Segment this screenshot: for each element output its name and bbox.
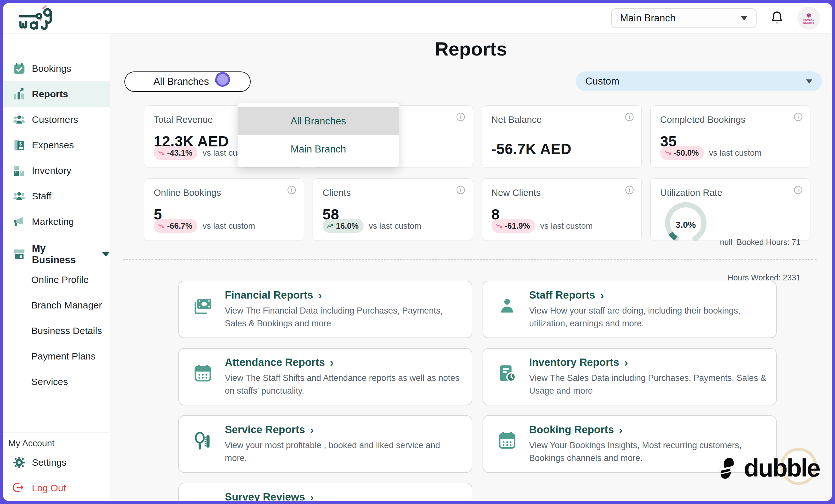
info-icon[interactable]: [456, 112, 466, 122]
sidebar-sub-label: Services: [31, 377, 68, 387]
booked-hours-line: null Booked Hours: 71: [720, 236, 800, 248]
stat-label: Net Balance: [491, 115, 632, 125]
report-card-text: Survey Reviews ›: [225, 483, 314, 501]
sidebar-item-branch-manager[interactable]: Branch Manager: [3, 293, 110, 318]
dashed-separator: [123, 259, 816, 260]
info-icon[interactable]: [625, 112, 634, 122]
sidebar-item-label: Log Out: [32, 483, 66, 493]
sidebar-item-business-details[interactable]: Business Details: [3, 318, 110, 344]
sidebar-item-label: Inventory: [32, 165, 71, 176]
gauge-value: 3.0%: [660, 220, 711, 230]
stat-card-completed-bookings: Completed Bookings 35 -50.0% vs last cus…: [650, 105, 811, 168]
sidebar-item-logout[interactable]: Log Out: [3, 475, 110, 501]
stat-value: -56.7K AED: [491, 140, 632, 158]
sidebar-item-staff[interactable]: Staff: [3, 183, 110, 209]
info-icon[interactable]: [793, 112, 803, 122]
menu-option-all-branches[interactable]: All Branches: [238, 107, 399, 135]
gear-icon: [12, 456, 26, 469]
sidebar-item-bookings[interactable]: Bookings: [3, 56, 110, 81]
chevron-down-icon: [213, 78, 222, 86]
calendar-dots-icon: [496, 430, 518, 451]
sidebar-item-label: Reports: [32, 89, 68, 100]
sidebar-item-reports[interactable]: Reports: [3, 81, 110, 107]
bar-chart-icon: [12, 87, 26, 101]
report-card-survey[interactable]: Survey Reviews ›: [178, 483, 472, 501]
stat-label: Online Bookings: [154, 187, 294, 198]
report-card-title: Financial Reports: [225, 289, 313, 301]
watermark-ring: [780, 448, 817, 485]
report-card-text: Booking Reports › View Your Bookings Ins…: [529, 416, 767, 472]
stat-card-online-bookings: Online Bookings 5 -66.7% vs last custom: [144, 178, 304, 241]
stat-card-new-clients: New Clients 8 -61.9% vs last custom: [482, 178, 642, 241]
chevron-right-icon: ›: [600, 290, 604, 300]
report-card-title-row: Inventory Reports ›: [529, 356, 767, 368]
topbar-branch-select[interactable]: Main Branch: [611, 8, 756, 28]
delta-value: -43.1%: [167, 148, 192, 158]
sidebar-item-online-profile[interactable]: Online Profile: [3, 267, 110, 293]
sidebar-item-inventory[interactable]: Inventory: [3, 158, 110, 183]
info-icon[interactable]: [625, 185, 634, 195]
report-card-title-row: Booking Reports ›: [529, 424, 767, 436]
report-card-staff[interactable]: Staff Reports › View How your staff are …: [483, 281, 777, 338]
delta-value: -50.0%: [674, 148, 699, 158]
money-icon: [192, 295, 213, 317]
chevron-right-icon: ›: [619, 425, 623, 435]
delta-badge: -66.7%: [154, 219, 198, 233]
report-card-title-row: Staff Reports ›: [529, 289, 767, 301]
report-card-text: Inventory Reports › View The Sales Data …: [529, 349, 767, 405]
menu-option-main-branch[interactable]: Main Branch: [238, 135, 399, 163]
sidebar-sub-label: Branch Manager: [31, 300, 102, 311]
waj-logo[interactable]: [18, 5, 56, 31]
sidebar-item-customers[interactable]: Customers: [3, 107, 110, 133]
trend-down-icon: [158, 149, 166, 157]
sidebar-item-label: Bookings: [32, 63, 71, 74]
sidebar-item-payment-plans[interactable]: Payment Plans: [3, 344, 110, 369]
report-card-description: View The Staff Shifts and Attendance rep…: [225, 371, 462, 397]
date-range-select[interactable]: Custom: [576, 72, 822, 91]
sidebar-sub-label: Business Details: [31, 325, 102, 336]
info-icon[interactable]: [793, 185, 803, 195]
people-icon: [12, 189, 26, 203]
my-account-heading: My Account: [3, 432, 110, 450]
report-card-booking[interactable]: Booking Reports › View Your Bookings Ins…: [483, 415, 777, 473]
report-card-title-row: Survey Reviews ›: [225, 491, 314, 501]
sidebar-item-expenses[interactable]: $ Expenses: [3, 133, 110, 158]
report-card-service[interactable]: Service Reports › View your most profita…: [178, 415, 472, 473]
stat-card-clients: Clients 58 16.0% vs last custom: [312, 178, 473, 241]
report-card-title-row: Service Reports ›: [225, 424, 462, 436]
info-icon[interactable]: [456, 185, 466, 195]
delta-value: -61.9%: [505, 221, 530, 230]
people-icon: [12, 113, 26, 127]
megaphone-icon: [12, 215, 26, 229]
report-card-financial[interactable]: Financial Reports › View The Financial D…: [178, 281, 472, 338]
report-card-description: View Your Bookings Insights, Most recurr…: [529, 439, 767, 464]
storefront-icon: [12, 247, 26, 261]
sidebar-group-my-business[interactable]: My Business: [3, 241, 110, 267]
sidebar-item-marketing[interactable]: Marketing: [3, 209, 110, 235]
branch-filter-button[interactable]: All Branches: [124, 72, 251, 92]
sidebar-item-label: Marketing: [32, 216, 74, 227]
chevron-down-icon: [102, 252, 110, 257]
delta-badge: 16.0%: [323, 219, 364, 233]
menu-option-label: Main Branch: [290, 144, 346, 155]
trend-down-icon: [495, 222, 504, 230]
stat-card-utilization-rate: Utilization Rate 3.0% n: [650, 178, 811, 241]
chevron-down-icon: [806, 79, 812, 84]
report-card-text: Financial Reports › View The Financial D…: [225, 281, 462, 338]
report-card-title: Staff Reports: [529, 289, 595, 301]
notifications-bell-icon[interactable]: [770, 10, 784, 26]
avatar-business-name: REVEAL BEAUTY: [798, 19, 820, 24]
sidebar-item-settings[interactable]: Settings: [3, 450, 110, 475]
info-icon[interactable]: [287, 185, 297, 195]
report-card-attendance[interactable]: Attendance Reports › View The Staff Shif…: [178, 348, 472, 405]
stat-delta-row: -61.9% vs last custom: [491, 219, 593, 233]
chevron-down-icon: [740, 16, 748, 20]
sidebar-item-services[interactable]: Services: [3, 369, 110, 395]
report-card-inventory[interactable]: Inventory Reports › View The Sales Data …: [483, 348, 777, 405]
report-card-description: View The Sales Data including Purchases,…: [529, 371, 767, 397]
delta-badge: -43.1%: [154, 146, 198, 160]
delta-badge: -50.0%: [660, 146, 704, 160]
report-card-title: Service Reports: [225, 424, 305, 436]
user-avatar[interactable]: ✾ REVEAL BEAUTY: [797, 7, 820, 30]
sidebar-account-section: My Account: [3, 432, 110, 501]
